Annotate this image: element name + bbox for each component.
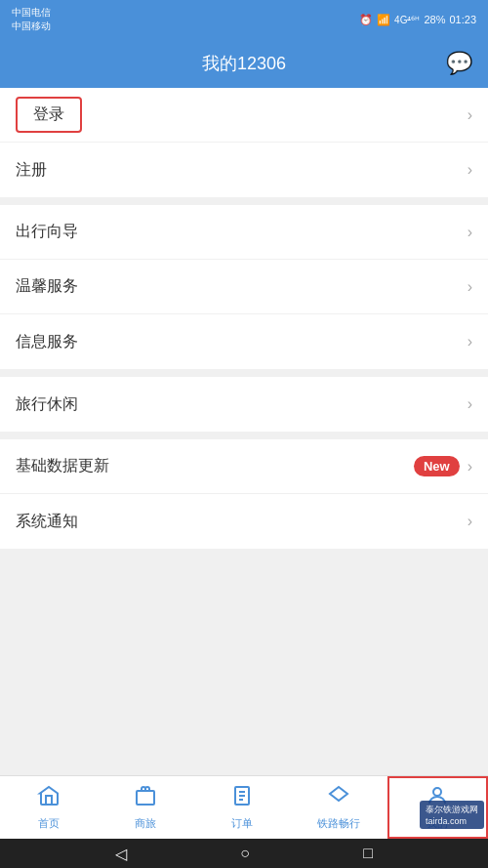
leisure-right: › (468, 395, 472, 413)
battery-label: 28% (424, 14, 445, 25)
leisure-item[interactable]: 旅行休闲 › (0, 377, 488, 432)
data-update-left: 基础数据更新 (16, 456, 109, 476)
header: 我的12306 💬 (0, 39, 488, 88)
info-service-right: › (468, 333, 472, 351)
home-icon (37, 784, 61, 813)
nav-label-orders: 订单 (231, 816, 253, 831)
notification-right: › (468, 513, 472, 530)
warm-service-right: › (468, 278, 472, 296)
nav-label-travel: 商旅 (135, 816, 156, 831)
back-button[interactable]: ◁ (115, 845, 127, 863)
svg-rect-0 (137, 791, 154, 805)
info-service-label: 信息服务 (16, 332, 78, 352)
nav-item-railway[interactable]: 铁路畅行 (291, 776, 387, 839)
carrier2: 中国移动 (12, 20, 51, 33)
notification-left: 系统通知 (16, 512, 78, 532)
leisure-label: 旅行休闲 (16, 394, 78, 415)
message-icon[interactable]: 💬 (446, 51, 472, 76)
chevron-icon: › (468, 333, 472, 351)
chevron-icon: › (468, 395, 472, 413)
nav-label-home: 首页 (38, 816, 60, 831)
carrier1: 中国电信 (12, 6, 51, 20)
data-update-right: New › (414, 456, 472, 476)
recent-button[interactable]: □ (363, 845, 373, 862)
register-left: 注册 (16, 160, 47, 181)
content-area: 登录 › 注册 › 出行向导 › 温馨服务 (0, 88, 488, 549)
svg-point-5 (433, 788, 441, 796)
login-item[interactable]: 登录 › (0, 88, 488, 143)
railway-icon (327, 784, 350, 813)
signal-icon: 4G⁴⁶ᴴ (394, 15, 420, 25)
clock-icon: ⏰ (359, 14, 373, 26)
nav-label-railway: 铁路畅行 (317, 816, 360, 831)
chevron-icon: › (468, 458, 472, 475)
bottom-nav: 首页 商旅 订单 铁路畅行 我的 (0, 775, 488, 839)
notification-item[interactable]: 系统通知 › (0, 494, 488, 549)
time-display: 01:23 (449, 14, 476, 25)
menu-group-auth: 登录 › 注册 › (0, 88, 488, 197)
chevron-icon: › (468, 161, 472, 179)
register-label: 注册 (16, 160, 47, 181)
data-update-item[interactable]: 基础数据更新 New › (0, 439, 488, 494)
warm-service-item[interactable]: 温馨服务 › (0, 260, 488, 314)
warm-service-label: 温馨服务 (16, 276, 78, 297)
watermark-line1: 泰尔铁游戏网 (426, 804, 478, 816)
status-right: ⏰ 📶 4G⁴⁶ᴴ 28% 01:23 (359, 14, 476, 26)
data-update-label: 基础数据更新 (16, 456, 109, 476)
chevron-icon: › (468, 278, 472, 296)
register-right: › (468, 161, 472, 179)
orders-icon (230, 784, 254, 813)
login-left: 登录 (16, 97, 82, 133)
gesture-bar: ◁ ○ □ (0, 839, 488, 868)
travel-guide-right: › (468, 224, 472, 241)
menu-group-leisure: 旅行休闲 › (0, 377, 488, 432)
nav-item-home[interactable]: 首页 (0, 776, 97, 839)
menu-group-system: 基础数据更新 New › 系统通知 › (0, 439, 488, 549)
travel-guide-label: 出行向导 (16, 222, 78, 242)
status-bar: 中国电信 中国移动 ⏰ 📶 4G⁴⁶ᴴ 28% 01:23 (0, 0, 488, 39)
login-label[interactable]: 登录 (16, 97, 82, 133)
info-service-item[interactable]: 信息服务 › (0, 314, 488, 369)
nav-item-orders[interactable]: 订单 (193, 776, 290, 839)
chevron-icon: › (468, 513, 472, 530)
watermark-line2: tairda.com (426, 816, 478, 826)
login-right: › (468, 106, 472, 124)
info-service-left: 信息服务 (16, 332, 78, 352)
travel-guide-item[interactable]: 出行向导 › (0, 205, 488, 260)
leisure-left: 旅行休闲 (16, 394, 78, 415)
wifi-icon: 📶 (377, 14, 390, 26)
new-badge: New (414, 456, 460, 476)
travel-icon (134, 784, 157, 813)
register-item[interactable]: 注册 › (0, 143, 488, 197)
travel-guide-left: 出行向导 (16, 222, 78, 242)
notification-label: 系统通知 (16, 512, 78, 532)
home-button[interactable]: ○ (240, 845, 250, 862)
chevron-icon: › (468, 224, 472, 241)
menu-group-services: 出行向导 › 温馨服务 › 信息服务 › (0, 205, 488, 369)
chevron-icon: › (468, 106, 472, 124)
page-title: 我的12306 (202, 52, 286, 75)
warm-service-left: 温馨服务 (16, 276, 78, 297)
carrier-info: 中国电信 中国移动 (12, 6, 51, 33)
watermark: 泰尔铁游戏网 tairda.com (420, 801, 484, 829)
nav-item-travel[interactable]: 商旅 (97, 776, 193, 839)
